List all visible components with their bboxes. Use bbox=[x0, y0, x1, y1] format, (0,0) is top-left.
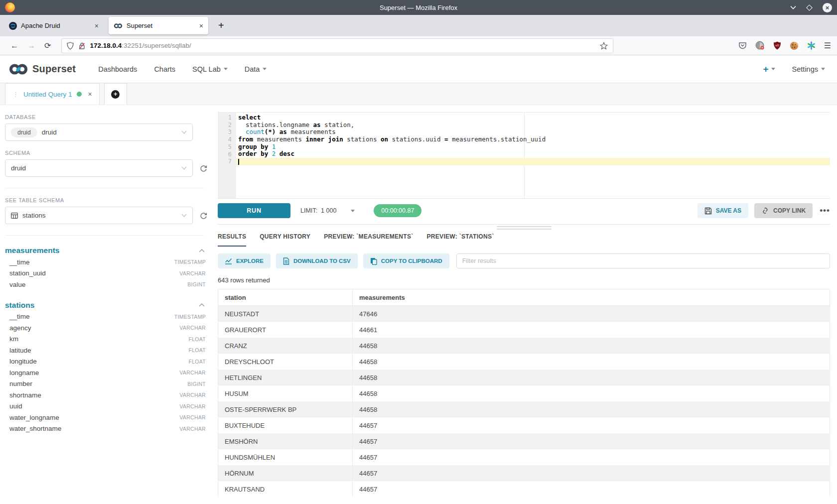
table-row[interactable]: GRAUERORT44661 bbox=[218, 322, 830, 338]
column-type: FLOAT bbox=[188, 359, 206, 365]
copy-link-button[interactable]: COPY LINK bbox=[754, 203, 813, 218]
table-schema-select[interactable]: stations bbox=[5, 207, 193, 224]
table-row[interactable]: HETLINGEN44658 bbox=[218, 370, 830, 385]
download-csv-button[interactable]: DOWNLOAD TO CSV bbox=[276, 253, 358, 268]
window-close-icon[interactable]: × bbox=[823, 3, 832, 12]
code-line bbox=[236, 158, 830, 165]
line-number: 5 bbox=[218, 143, 232, 151]
line-number: 2 bbox=[218, 122, 232, 129]
tracking-shield-icon[interactable] bbox=[67, 42, 74, 50]
superset-brand[interactable]: Superset bbox=[8, 63, 76, 76]
url-bar[interactable]: 172.18.0.4:32251/superset/sqllab/ bbox=[61, 38, 613, 53]
cell-station: KRAUTSAND bbox=[218, 481, 353, 497]
cell-measurements: 44657 bbox=[353, 465, 830, 481]
column-name: shortname bbox=[9, 391, 41, 399]
chevron-down-icon bbox=[263, 68, 267, 70]
refresh-tables-icon[interactable] bbox=[199, 211, 208, 220]
panel-splitter[interactable] bbox=[218, 224, 830, 230]
results-table: station measurements NEUSTADT47646GRAUER… bbox=[218, 289, 830, 497]
sql-editor-panel: 1234567 select stations.longname as stat… bbox=[211, 105, 837, 503]
schema-table-section: measurements__timeTIMESTAMPstation_uuidV… bbox=[5, 245, 206, 290]
cell-station: EMSHÖRN bbox=[218, 433, 353, 449]
tab-query-history[interactable]: QUERY HISTORY bbox=[260, 233, 310, 247]
window-maximize-icon[interactable] bbox=[806, 4, 813, 11]
settings-menu[interactable]: Settings bbox=[792, 65, 825, 73]
ublock-origin-icon[interactable]: uO bbox=[773, 41, 781, 50]
chevron-up-icon[interactable] bbox=[199, 249, 205, 252]
drag-handle-icon[interactable]: ⋮ bbox=[12, 91, 19, 98]
explore-button[interactable]: EXPLORE bbox=[218, 253, 271, 268]
cell-station: GRAUERORT bbox=[218, 322, 353, 338]
table-row[interactable]: NEUSTADT47646 bbox=[218, 306, 830, 322]
table-row[interactable]: HUNDSMÜHLEN44657 bbox=[218, 449, 830, 465]
back-button[interactable]: ← bbox=[6, 41, 23, 50]
refresh-schemas-icon[interactable] bbox=[199, 164, 208, 172]
nav-item-data[interactable]: Data bbox=[245, 65, 267, 73]
table-row[interactable]: BUXTEHUDE44657 bbox=[218, 417, 830, 433]
add-new-button[interactable]: + bbox=[763, 64, 775, 75]
sql-code-editor[interactable]: 1234567 select stations.longname as stat… bbox=[218, 112, 830, 199]
database-select[interactable]: druid druid bbox=[5, 124, 193, 141]
code-line: select bbox=[236, 114, 830, 122]
run-query-button[interactable]: RUN bbox=[218, 203, 290, 218]
copy-clipboard-button[interactable]: COPY TO CLIPBOARD bbox=[363, 253, 449, 268]
nav-item-dashboards[interactable]: Dashboards bbox=[98, 65, 137, 73]
tab-results[interactable]: RESULTS bbox=[218, 233, 246, 247]
table-row[interactable]: CRANZ44658 bbox=[218, 338, 830, 354]
new-query-tab-button[interactable]: + bbox=[104, 83, 127, 105]
forward-button[interactable]: → bbox=[23, 41, 40, 50]
table-row[interactable]: KRAUTSAND44657 bbox=[218, 481, 830, 497]
bookmark-star-icon[interactable] bbox=[600, 42, 608, 50]
insecure-lock-icon[interactable] bbox=[78, 42, 85, 50]
cell-measurements: 44657 bbox=[353, 433, 830, 449]
browser-tab-apache-druid[interactable]: Apache Druid × bbox=[4, 17, 104, 34]
code-line: count(*) as measurements bbox=[236, 128, 830, 136]
column-header-station[interactable]: station bbox=[218, 289, 353, 305]
cell-station: BUXTEHUDE bbox=[218, 417, 353, 433]
more-actions-button[interactable]: ••• bbox=[820, 206, 830, 216]
splitter-grip-icon bbox=[497, 226, 552, 230]
database-label: DATABASE bbox=[5, 114, 206, 120]
pocket-icon[interactable] bbox=[738, 41, 747, 50]
clipboard-icon bbox=[370, 257, 377, 265]
schema-table-name: stations bbox=[5, 301, 34, 310]
tab-close-icon[interactable]: × bbox=[95, 22, 99, 30]
extension-blocked-icon[interactable] bbox=[755, 41, 765, 50]
column-header-measurements[interactable]: measurements bbox=[353, 289, 830, 305]
table-row[interactable]: DREYSCHLOOT44658 bbox=[218, 354, 830, 370]
nav-item-charts[interactable]: Charts bbox=[154, 65, 175, 73]
schema-table-header[interactable]: stations bbox=[5, 299, 206, 311]
code-line: order by 2 desc bbox=[236, 150, 830, 158]
code-token: (*) bbox=[265, 128, 276, 135]
window-minimize-icon[interactable] bbox=[790, 5, 796, 9]
table-row[interactable]: HUSUM44658 bbox=[218, 385, 830, 401]
save-as-button[interactable]: SAVE AS bbox=[698, 203, 748, 218]
table-row[interactable]: OSTE-SPERRWERK BP44658 bbox=[218, 401, 830, 417]
browser-tab-superset[interactable]: Superset × bbox=[109, 17, 208, 34]
table-row[interactable]: HÖRNUM44657 bbox=[218, 465, 830, 481]
nav-item-sql-lab[interactable]: SQL Lab bbox=[192, 65, 228, 73]
new-tab-button[interactable]: + bbox=[214, 20, 228, 31]
column-name: value bbox=[9, 281, 25, 288]
chevron-up-icon[interactable] bbox=[199, 303, 205, 307]
table-row[interactable]: EMSHÖRN44657 bbox=[218, 433, 830, 449]
link-icon bbox=[761, 207, 769, 215]
tab-close-icon[interactable]: × bbox=[199, 22, 203, 30]
filter-results-input[interactable] bbox=[456, 253, 830, 268]
column-name: number bbox=[9, 380, 32, 387]
column-name: longname bbox=[9, 369, 39, 377]
query-tab-close-icon[interactable]: × bbox=[88, 90, 92, 98]
tab-preview-stations[interactable]: PREVIEW: `STATIONS` bbox=[427, 233, 494, 247]
code-token: inner join bbox=[305, 135, 343, 143]
reload-button[interactable]: ⟳ bbox=[40, 41, 55, 50]
editor-code-area[interactable]: select stations.longname as station, cou… bbox=[236, 113, 830, 198]
menu-hamburger-icon[interactable]: ☰ bbox=[824, 41, 831, 50]
tab-preview-measurements[interactable]: PREVIEW: `MEASUREMENTS` bbox=[324, 233, 413, 247]
limit-dropdown[interactable]: LIMIT: 1 000 bbox=[300, 207, 355, 214]
schema-table-header[interactable]: measurements bbox=[5, 245, 206, 256]
asterisk-extension-icon[interactable] bbox=[807, 41, 816, 50]
query-tab-untitled[interactable]: ⋮ Untitled Query 1 × bbox=[5, 83, 100, 105]
cookie-extension-icon[interactable] bbox=[790, 41, 799, 50]
schema-select[interactable]: druid bbox=[5, 159, 193, 177]
schema-column-row: valueBIGINT bbox=[5, 279, 206, 290]
